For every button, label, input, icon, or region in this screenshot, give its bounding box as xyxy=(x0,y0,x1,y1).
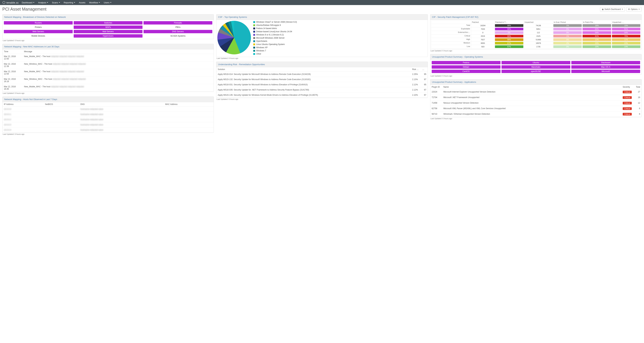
table-row[interactable]: Apply MS15-132: Security Update for Micr… xyxy=(216,77,428,82)
matrix-cell[interactable]: 81% xyxy=(582,34,612,38)
matrix-cell[interactable]: 99% xyxy=(494,34,524,38)
options-button[interactable]: Options xyxy=(626,7,642,12)
os-chip[interactable]: Mac OS X xyxy=(571,65,640,69)
legend-item[interactable]: Microsoft Windows 2008 Server xyxy=(253,37,297,39)
matrix-cell[interactable]: 97% xyxy=(494,45,524,48)
matrix-cell[interactable]: 0% xyxy=(494,31,524,34)
device-chip[interactable]: WAPs xyxy=(74,26,142,29)
table-row[interactable]: Mar 22, 2016 12:00New_Mobile_MAC - The h… xyxy=(2,54,214,62)
table-row[interactable]: 10.0.0.4hostname-redacted-value xyxy=(2,128,214,133)
matrix-cell[interactable]: 2% xyxy=(553,42,582,45)
matrix-cell[interactable]: 0% xyxy=(553,31,582,34)
matrix-cell[interactable]: 98% xyxy=(494,24,524,27)
col-header[interactable]: Message xyxy=(23,49,214,54)
col-header[interactable]: DNS xyxy=(79,102,164,106)
matrix-cell[interactable]: 23% xyxy=(582,42,612,45)
matrix-cell[interactable]: 0% xyxy=(553,27,582,31)
device-chip[interactable]: Hypervisors xyxy=(74,34,142,38)
table-row[interactable]: Mar 22, 2016 12:39New_Wireless_MAC - The… xyxy=(2,62,214,69)
legend-item[interactable]: Debian-based Linux|Linux Ubuntu 14.04 xyxy=(253,30,297,33)
panel-title[interactable]: Network Mapping - Hosts Not Observed in … xyxy=(2,97,214,102)
legend-item[interactable]: Windows Vista/7 or Server 2008 (Version … xyxy=(253,21,297,23)
panel-title[interactable]: CIP - Security Patch Management (CIP-007… xyxy=(430,14,642,20)
col-header[interactable]: MAC Address xyxy=(164,102,214,106)
col-header[interactable]: Total xyxy=(633,85,642,89)
os-chip[interactable]: openSUSE xyxy=(502,70,570,73)
table-row[interactable]: 71458Nessus Unsupported Version Detectio… xyxy=(430,100,642,106)
nav-users[interactable]: Users xyxy=(104,1,112,4)
table-row[interactable]: 62758Microsoft XML Parser (MSXML) and XM… xyxy=(430,106,642,112)
legend-item[interactable]: Ubuntu/Debian 5/Knoppix 6 xyxy=(253,24,297,26)
os-chip[interactable]: Fedora xyxy=(432,61,500,64)
matrix-cell[interactable]: 16% xyxy=(582,24,612,27)
matrix-cell[interactable]: 75% xyxy=(612,34,641,38)
matrix-cell[interactable]: 12% xyxy=(582,38,612,42)
matrix-cell[interactable]: 1735 xyxy=(524,45,553,48)
os-chip[interactable]: Slackware xyxy=(571,61,640,64)
table-row[interactable]: Mar 22, 2016 16:18New_Wireless_MAC - The… xyxy=(2,76,214,84)
table-row[interactable]: Apply MS16-014: Security Update for Micr… xyxy=(216,72,428,77)
table-row[interactable]: Apply MS15-135: Security Update for Wind… xyxy=(216,92,428,98)
device-chip[interactable]: PBXs xyxy=(144,26,212,29)
table-row[interactable]: Mar 22, 2016 16:45New_Mobile_MAC - The h… xyxy=(2,84,214,92)
panel-title[interactable]: CSF - Top Operating Systems xyxy=(216,14,428,20)
device-chip[interactable]: Firewalls xyxy=(144,21,212,24)
table-row[interactable]: 10.0.0.3hostname-redacted-value xyxy=(2,122,214,128)
col-header[interactable]: … xyxy=(421,67,428,72)
matrix-cell[interactable]: 51900 xyxy=(524,38,553,42)
nav-reporting[interactable]: Reporting xyxy=(64,1,75,4)
os-chip[interactable]: CentOS xyxy=(432,70,500,73)
panel-title[interactable]: Network Mapping - New MAC Addresses in L… xyxy=(2,44,214,49)
switch-dashboard-button[interactable]: Switch Dashboard xyxy=(600,7,625,12)
matrix-cell[interactable]: 97% xyxy=(494,42,524,45)
col-header[interactable]: Solution xyxy=(216,67,411,72)
col-header[interactable]: Name xyxy=(442,85,621,89)
nav-dashboard[interactable]: Dashboard xyxy=(22,1,34,4)
nav-assets[interactable]: Assets xyxy=(79,1,86,4)
os-chip[interactable]: Debian xyxy=(432,65,500,69)
matrix-cell[interactable]: 54% xyxy=(582,31,612,34)
matrix-cell[interactable]: 1% xyxy=(553,34,582,38)
col-header[interactable]: IP Address xyxy=(2,102,44,106)
device-chip[interactable]: SCADA Systems xyxy=(144,34,212,38)
matrix-cell[interactable]: 82% xyxy=(582,27,612,31)
panel-title[interactable]: Unsupported Product Summary - Operating … xyxy=(430,54,642,60)
col-header[interactable]: Risk … xyxy=(411,67,421,72)
col-header[interactable]: NetBIOS xyxy=(44,102,79,106)
nav-scans[interactable]: Scans xyxy=(52,1,60,4)
table-row[interactable]: 10.0.0.2hostname-redacted-value xyxy=(2,117,214,122)
matrix-cell[interactable]: 2019 xyxy=(471,34,494,38)
col-header[interactable]: Severity xyxy=(621,85,633,89)
panel-title[interactable]: Network Mapping - Breakdown of Devices D… xyxy=(2,14,214,20)
matrix-cell[interactable]: 15% xyxy=(612,24,641,27)
matrix-cell[interactable]: 18204 xyxy=(471,24,494,27)
os-chip[interactable]: Ubuntu xyxy=(502,61,570,64)
device-chip[interactable]: Mail Servers xyxy=(74,30,142,33)
device-chip[interactable]: DNS Servers xyxy=(144,30,212,33)
device-chip[interactable]: Web Servers xyxy=(4,30,73,33)
table-row[interactable]: 10.0.0.1hostname-redacted-value xyxy=(2,112,214,117)
matrix-cell[interactable]: 503 xyxy=(471,45,494,48)
os-chip[interactable]: Mandrake xyxy=(502,65,570,69)
table-row[interactable]: Apply MS16-031: Security Update for Micr… xyxy=(216,82,428,87)
table-row[interactable]: Mar 22, 2016 12:54New_Mobile_MAC - The h… xyxy=(2,69,214,76)
legend-item[interactable]: Other xyxy=(253,53,297,55)
nav-workflow[interactable]: Workflow xyxy=(89,1,100,4)
table-row[interactable]: 56710Wireshark / Ethereal Unsupported Ve… xyxy=(430,112,642,117)
table-row[interactable]: Apply MS16-035: Security Update for .NET… xyxy=(216,87,428,92)
legend-item[interactable]: Windows XP xyxy=(253,46,297,49)
table-row[interactable]: 10.0.0.0hostname-redacted-value xyxy=(2,106,214,112)
panel-title[interactable]: Unsupported Product Summary - Applicatio… xyxy=(430,80,642,85)
matrix-cell[interactable]: 98% xyxy=(494,38,524,42)
matrix-cell[interactable]: 1% xyxy=(553,24,582,27)
matrix-cell[interactable]: 0% xyxy=(553,45,582,48)
legend-item[interactable]: Windows 8 or 8.1 (Version 6.2) xyxy=(253,34,297,36)
matrix-cell[interactable]: 81% xyxy=(612,27,641,31)
matrix-cell[interactable]: 5851 xyxy=(524,27,553,31)
os-pie-chart[interactable] xyxy=(217,21,251,54)
device-chip[interactable]: Mobile Devices xyxy=(4,34,73,38)
legend-item[interactable]: Fedora 14 based distro xyxy=(253,27,297,30)
legend-item[interactable]: OpenSolaris xyxy=(253,40,297,42)
matrix-cell[interactable]: 7627 xyxy=(471,38,494,42)
matrix-cell[interactable]: 8055 xyxy=(471,42,494,45)
